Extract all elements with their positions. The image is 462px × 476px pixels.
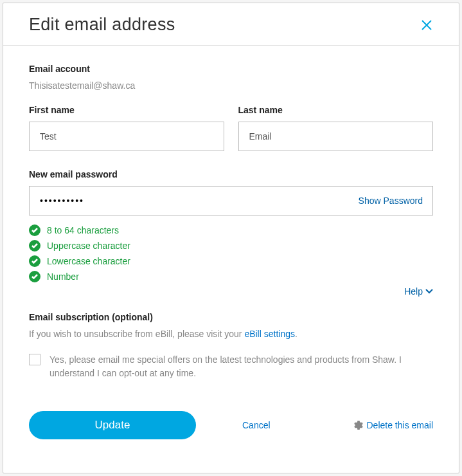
- close-icon: [421, 19, 432, 31]
- check-uppercase-text: Uppercase character: [47, 241, 130, 251]
- check-lowercase-text: Lowercase character: [47, 256, 130, 266]
- optin-text: Yes, please email me special offers on t…: [49, 353, 433, 380]
- first-name-group: First name: [29, 105, 224, 151]
- password-label: New email password: [29, 169, 433, 179]
- first-name-label: First name: [29, 105, 224, 115]
- last-name-input[interactable]: [238, 122, 434, 151]
- subscription-label: Email subscription (optional): [29, 312, 433, 322]
- email-account-label: Email account: [29, 64, 433, 74]
- check-icon: [29, 255, 40, 267]
- optin-row: Yes, please email me special offers on t…: [29, 353, 433, 380]
- close-button[interactable]: [420, 19, 433, 32]
- first-name-input[interactable]: [29, 122, 224, 151]
- check-number: Number: [29, 271, 433, 282]
- check-lowercase: Lowercase character: [29, 255, 433, 267]
- show-password-toggle[interactable]: Show Password: [359, 196, 423, 206]
- check-icon: [29, 240, 40, 252]
- chevron-down-icon: [425, 289, 433, 294]
- email-account-value: Thisisatestemail@shaw.ca: [29, 80, 433, 91]
- cancel-button[interactable]: Cancel: [242, 420, 271, 430]
- check-number-text: Number: [47, 271, 79, 282]
- ebill-post: .: [295, 329, 298, 339]
- check-length-text: 8 to 64 characters: [47, 225, 119, 235]
- check-icon: [29, 224, 40, 236]
- ebill-text: If you wish to unsubscribe from eBill, p…: [29, 329, 433, 339]
- check-icon: [29, 271, 40, 282]
- modal-title: Edit email address: [29, 15, 175, 35]
- help-link[interactable]: Help: [404, 286, 433, 297]
- help-text: Help: [404, 286, 423, 297]
- actions-row: Update Cancel Delete this email: [29, 411, 433, 439]
- optin-checkbox[interactable]: [29, 354, 40, 365]
- password-group: Show Password: [29, 186, 433, 215]
- last-name-group: Last name: [238, 105, 434, 151]
- modal-content: Email account Thisisatestemail@shaw.ca F…: [3, 46, 459, 452]
- password-checks: 8 to 64 characters Uppercase character L…: [29, 224, 433, 282]
- modal-header: Edit email address: [3, 3, 459, 46]
- delete-email-button[interactable]: Delete this email: [353, 420, 434, 430]
- check-length: 8 to 64 characters: [29, 224, 433, 236]
- gear-icon: [353, 420, 363, 430]
- update-button[interactable]: Update: [29, 411, 196, 439]
- help-row: Help: [29, 286, 433, 297]
- ebill-pre: If you wish to unsubscribe from eBill, p…: [29, 329, 244, 339]
- modal-scroll-area[interactable]: Email account Thisisatestemail@shaw.ca F…: [3, 46, 459, 473]
- name-row: First name Last name: [29, 105, 433, 151]
- ebill-settings-link[interactable]: eBill settings: [244, 329, 295, 339]
- last-name-label: Last name: [238, 105, 434, 115]
- edit-email-modal: Edit email address Email account Thisisa…: [3, 3, 459, 473]
- check-uppercase: Uppercase character: [29, 240, 433, 252]
- delete-email-text: Delete this email: [367, 420, 434, 430]
